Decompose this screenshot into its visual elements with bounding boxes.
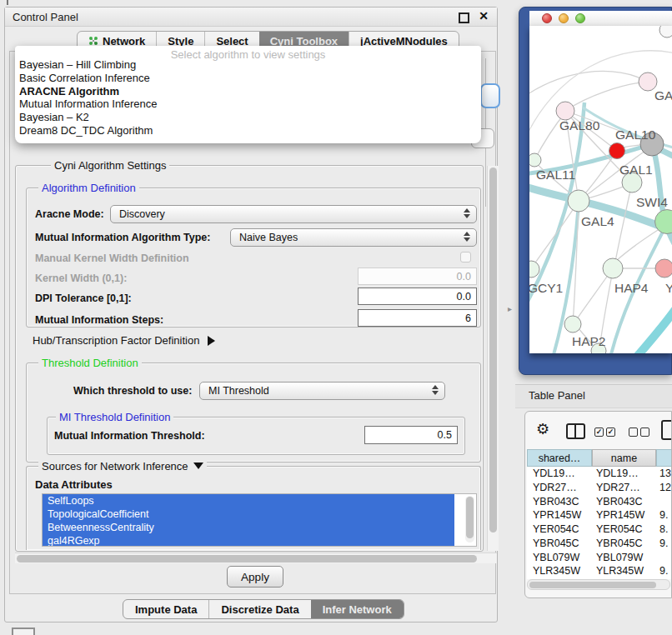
mi-algorithm-type-select[interactable]: Naive Bayes	[230, 228, 477, 247]
tab-discretize-data[interactable]: Discretize Data	[208, 600, 310, 618]
list-scrollbar-thumb[interactable]	[466, 497, 474, 538]
minimize-traffic-light-icon[interactable]	[559, 13, 569, 23]
table-cell[interactable]: YDR27…	[596, 482, 640, 493]
table-row[interactable]: YBR043CYBR043C	[527, 495, 671, 509]
table-cell[interactable]: YPR145W	[596, 509, 644, 521]
close-traffic-light-icon[interactable]	[542, 13, 552, 23]
minimized-panel-icon[interactable]	[12, 628, 35, 635]
table-cell[interactable]: YDR27…	[533, 482, 577, 493]
table-cell[interactable]: YLR345W	[596, 565, 644, 577]
network-canvas[interactable]: GALGAL80GAL10GAL11GAL1SWI4GAL4GCY1HAP4YH…	[529, 26, 672, 353]
attribute-table[interactable]: YDL19…YDL19…13YDR27…YDR27…12YBR043CYBR04…	[527, 467, 671, 579]
dpi-tolerance-field[interactable]: 0.0	[358, 288, 477, 305]
table-cell[interactable]: 9.	[659, 509, 668, 521]
node-hap2[interactable]	[564, 316, 581, 332]
panel-splitter-arrow[interactable]: ▸	[508, 304, 512, 313]
column-header-name[interactable]: name	[592, 449, 656, 467]
data-attributes-list[interactable]: SelfLoopsTopologicalCoefficientBetweenne…	[42, 493, 477, 547]
table-cell[interactable]: YPR145W	[533, 509, 581, 521]
aracne-mode-select[interactable]: Discovery	[110, 205, 477, 223]
apply-button[interactable]: Apply	[227, 566, 283, 588]
manual-kernel-checkbox[interactable]	[460, 252, 471, 262]
settings-vscroll-thumb[interactable]	[489, 168, 497, 532]
table-cell[interactable]: YBL079W	[596, 552, 643, 563]
algorithm-option[interactable]: Basic Correlation Inference	[19, 72, 477, 85]
column-layout-icon[interactable]	[566, 423, 585, 439]
algorithm-option[interactable]: Dream8 DC_TDC Algorithm	[19, 124, 477, 138]
which-threshold-select[interactable]: MI Threshold	[199, 382, 445, 400]
table-cell[interactable]: 12	[659, 482, 671, 493]
settings-hscroll-thumb[interactable]	[17, 555, 477, 562]
close-panel-icon[interactable]: ✕	[479, 9, 489, 22]
table-cell[interactable]: YBR045C	[596, 538, 643, 549]
table-cell[interactable]: 8.	[659, 523, 668, 535]
table-cell[interactable]: YDL19…	[596, 468, 639, 479]
table-row[interactable]: YPR145WYPR145W9.	[527, 508, 671, 522]
node-salmon[interactable]	[655, 259, 672, 278]
table-scrollbar-thumb[interactable]	[529, 582, 656, 588]
network-view-window[interactable]: GALGAL80GAL10GAL11GAL1SWI4GAL4GCY1HAP4YH…	[519, 7, 672, 375]
float-window-icon[interactable]	[459, 12, 469, 23]
algorithm-option[interactable]: Mutual Information Inference	[19, 98, 477, 111]
table-cell[interactable]: YDL19…	[533, 468, 575, 479]
network-edge[interactable]	[565, 82, 648, 111]
export-table-icon[interactable]	[661, 420, 672, 440]
table-cell[interactable]: YER054C	[533, 523, 579, 535]
algorithm-option[interactable]: ARACNE Algorithm	[19, 85, 477, 98]
mi-threshold-label: Mutual Information Threshold:	[54, 430, 205, 442]
node-hap4[interactable]	[603, 258, 623, 278]
table-cell[interactable]: YER054C	[596, 523, 643, 535]
gear-icon[interactable]: ⚙	[536, 422, 549, 437]
table-row[interactable]: YDL19…YDL19…13	[527, 467, 671, 481]
table-cell[interactable]: YBR045C	[533, 538, 579, 549]
table-cell[interactable]: 9.	[659, 565, 668, 577]
focused-combo-sliver[interactable]	[480, 83, 500, 108]
tab-impute-data[interactable]: Impute Data	[123, 600, 208, 618]
column-header-shared-name[interactable]: shared…	[527, 449, 592, 467]
table-cell[interactable]: 13	[659, 468, 671, 479]
algorithm-option[interactable]: Bayesian – Hill Climbing	[19, 58, 477, 72]
algorithm-option[interactable]: Bayesian – K2	[19, 111, 477, 124]
attribute-list-item[interactable]: gal4RGexp	[43, 534, 454, 547]
table-cell[interactable]: YLR345W	[533, 565, 580, 577]
table-cell[interactable]: YBR043C	[533, 496, 579, 508]
list-scrollbar[interactable]	[465, 496, 474, 542]
table-row[interactable]: YER054CYER054C8.	[527, 522, 671, 537]
mi-threshold-definition-title: MI Threshold Definition	[56, 411, 173, 423]
attribute-list-item[interactable]: BetweennessCentrality	[43, 521, 454, 534]
sources-group-title[interactable]: Sources for Network Inference	[38, 460, 207, 472]
table-horizontal-scrollbar[interactable]	[527, 579, 670, 590]
combo-spinner-icon	[463, 232, 470, 242]
network-window-titlebar[interactable]	[529, 11, 672, 26]
mi-threshold-field[interactable]: 0.5	[364, 426, 458, 444]
node-gal80[interactable]	[556, 102, 574, 120]
hub-definition-toggle[interactable]: Hub/Transcription Factor Definition	[33, 334, 215, 347]
attribute-list-item[interactable]: SelfLoops	[43, 494, 454, 508]
node-red[interactable]	[609, 143, 625, 159]
select-all-checkbox-icon[interactable]: ✓	[594, 428, 604, 437]
network-edge[interactable]	[636, 301, 672, 353]
table-row[interactable]: YLR345WYLR345W9.	[527, 564, 671, 578]
tab-infer-network[interactable]: Infer Network	[311, 600, 404, 618]
settings-vertical-scrollbar[interactable]	[487, 166, 499, 551]
node-gcy1[interactable]	[529, 261, 539, 278]
node-gal4[interactable]	[568, 190, 589, 212]
table-cell[interactable]: YBR043C	[596, 496, 643, 508]
table-row[interactable]: YBR045CYBR045C9.	[527, 537, 671, 551]
settings-horizontal-scrollbar[interactable]	[15, 552, 497, 563]
network-edge[interactable]	[614, 182, 632, 266]
column-header-partial[interactable]	[656, 449, 672, 467]
zoom-traffic-light-icon[interactable]	[575, 13, 585, 23]
mi-steps-field[interactable]: 6	[358, 309, 477, 327]
table-cell[interactable]: YBL079W	[533, 552, 579, 563]
deselect-checkbox-icon[interactable]	[629, 428, 638, 437]
table-row[interactable]: YBL079WYBL079W	[527, 551, 671, 565]
table-row[interactable]: YDR27…YDR27…12	[527, 481, 671, 495]
select-all-checkbox2-icon[interactable]: ✓	[606, 428, 615, 437]
kernel-width-field[interactable]: 0.0	[358, 268, 477, 285]
attribute-list-item[interactable]: TopologicalCoefficient	[43, 508, 454, 521]
node-top-partial[interactable]	[659, 26, 672, 38]
node-left-small[interactable]	[529, 153, 541, 167]
table-cell[interactable]: 9.	[659, 538, 668, 549]
deselect-checkbox2-icon[interactable]	[640, 428, 649, 437]
